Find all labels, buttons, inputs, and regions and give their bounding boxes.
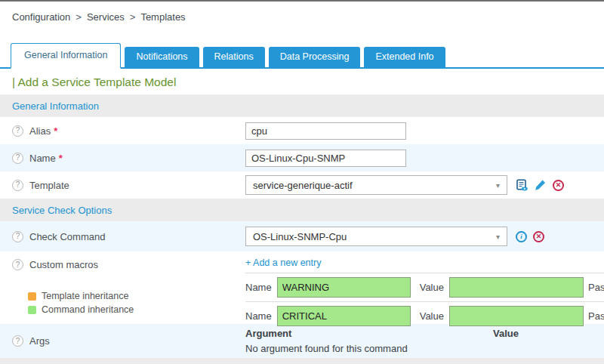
- help-icon[interactable]: ?: [12, 231, 23, 242]
- add-new-entry-link[interactable]: + Add a new entry: [245, 258, 321, 268]
- macro-password-label: Password: [588, 310, 604, 322]
- section-header-label: General Information: [12, 100, 99, 112]
- form-row-name: ? Name *: [0, 144, 604, 171]
- macro-name-input[interactable]: [277, 306, 411, 326]
- command-inheritance-swatch-icon: [28, 306, 36, 314]
- macro-value-input[interactable]: [449, 277, 584, 298]
- template-inheritance-swatch-icon: [28, 292, 36, 301]
- section-header-label: Service Check Options: [12, 205, 112, 216]
- legend-label: Command inheritance: [42, 304, 134, 315]
- tab-relations[interactable]: Relations: [203, 47, 265, 67]
- breadcrumb-configuration[interactable]: Configuration: [12, 11, 70, 23]
- info-icon[interactable]: i: [516, 231, 527, 242]
- macro-value-label: Value: [420, 310, 444, 322]
- breadcrumb-templates[interactable]: Templates: [140, 11, 185, 23]
- breadcrumb-separator: >: [76, 11, 82, 23]
- chevron-down-icon: ▾: [496, 233, 500, 241]
- help-icon[interactable]: ?: [12, 180, 23, 191]
- help-icon[interactable]: ?: [12, 153, 23, 164]
- form-row-alias: ? Alias *: [0, 117, 604, 144]
- macro-value-label: Value: [420, 282, 444, 293]
- template-label: Template: [29, 180, 69, 191]
- alias-input[interactable]: [245, 122, 406, 140]
- form-row-template: ? Template service-generique-actif ▾ ✕: [0, 171, 604, 199]
- form-row-check-command: ? Check Command OS-Linux-SNMP-Cpu ▾ i ✕: [0, 221, 604, 251]
- breadcrumb: Configuration>Services>Templates: [0, 2, 604, 26]
- section-header-general-information: General Information: [0, 94, 604, 117]
- help-icon[interactable]: ?: [12, 125, 23, 137]
- view-template-icon[interactable]: [516, 179, 528, 192]
- args-header-value: Value: [493, 328, 604, 339]
- macro-name-input[interactable]: [277, 277, 411, 298]
- check-command-label: Check Command: [29, 231, 105, 242]
- tab-bar: General Information Notifications Relati…: [0, 43, 604, 69]
- template-select[interactable]: service-generique-actif ▾: [245, 175, 507, 195]
- tab-data-processing[interactable]: Data Processing: [269, 47, 361, 67]
- required-marker: *: [54, 125, 57, 137]
- macro-password-label: Password: [588, 282, 604, 293]
- legend-label: Template inheritance: [42, 291, 128, 301]
- page-title: | Add a Service Template Model: [0, 76, 604, 94]
- macro-value-input[interactable]: [449, 306, 584, 326]
- args-table: Argument Value No argument found for thi…: [245, 324, 604, 354]
- form-row-custom-macros: ? Custom macros Template inheritance Com…: [0, 251, 604, 324]
- help-icon[interactable]: ?: [12, 335, 23, 347]
- name-label: Name: [29, 153, 56, 164]
- legend-item-command-inheritance: Command inheritance: [28, 304, 134, 315]
- template-select-value: service-generique-actif: [253, 180, 353, 191]
- next-section-bar: [0, 358, 604, 364]
- breadcrumb-services[interactable]: Services: [87, 11, 125, 23]
- tab-notifications[interactable]: Notifications: [125, 47, 199, 67]
- legend-item-template-inheritance: Template inheritance: [28, 291, 134, 301]
- check-command-select[interactable]: OS-Linux-SNMP-Cpu ▾: [245, 227, 507, 246]
- section-header-service-check-options: Service Check Options: [0, 199, 604, 221]
- form-row-args: ? Args Argument Value No argument found …: [0, 324, 604, 358]
- custom-macros-label: Custom macros: [29, 259, 134, 270]
- args-label: Args: [29, 335, 50, 347]
- tab-general-information[interactable]: General Information: [11, 43, 121, 69]
- help-icon[interactable]: ?: [12, 259, 23, 270]
- alias-label: Alias: [29, 125, 51, 137]
- chevron-down-icon: ▾: [496, 181, 500, 190]
- tab-extended-info[interactable]: Extended Info: [364, 47, 445, 67]
- breadcrumb-separator: >: [130, 11, 136, 23]
- args-header-argument: Argument: [245, 328, 493, 339]
- args-empty-message: No argument found for this command: [245, 343, 604, 354]
- macro-row-warning: Name Value Password: [245, 273, 604, 301]
- name-input[interactable]: [245, 150, 406, 167]
- check-command-select-value: OS-Linux-SNMP-Cpu: [253, 231, 347, 242]
- macro-name-label: Name: [245, 282, 272, 293]
- delete-icon[interactable]: ✕: [533, 231, 544, 242]
- delete-icon[interactable]: ✕: [553, 180, 564, 191]
- macro-inheritance-legend: Template inheritance Command inheritance: [28, 291, 134, 315]
- macro-name-label: Name: [245, 310, 272, 322]
- edit-icon[interactable]: [535, 179, 547, 191]
- required-marker: *: [59, 153, 63, 164]
